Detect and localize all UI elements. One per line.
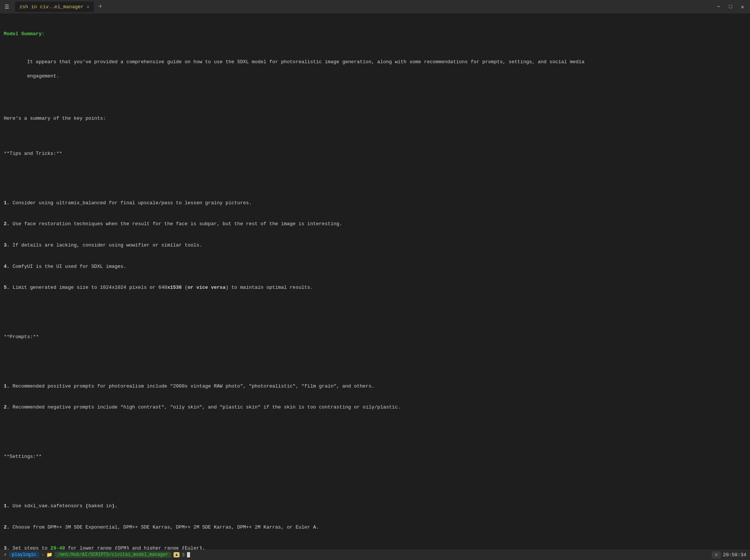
title-bar: ☰ zsh in civ..el_manager ✕ + ─ □ ✕ — [0, 0, 750, 13]
prompt-1: 1. Recommended positive prompts for phot… — [4, 383, 746, 390]
setting-2: 2. Choose from DPM++ 3M SDE Exponential,… — [4, 524, 746, 531]
title-bar-controls: ☰ — [3, 3, 10, 10]
tip-3: 3. If details are lacking, consider usin… — [4, 242, 746, 249]
new-tab-button[interactable]: + — [98, 3, 102, 10]
tip-1: 1. Consider using ultramix_balanced for … — [4, 200, 746, 207]
close-button[interactable]: ✕ — [738, 2, 747, 11]
terminal-window: ☰ zsh in civ..el_manager ✕ + ─ □ ✕ Model… — [0, 0, 750, 560]
tip-5: 5. Limit generated image size to 1024x10… — [4, 284, 746, 291]
tab-label: zsh in civ..el_manager — [19, 4, 84, 10]
warn-icon-2: ▲ — [174, 552, 180, 557]
tip-4: 4. ComfyUI is the UI used for SDXL image… — [4, 263, 746, 270]
tips-header: **Tips and Tricks:** — [4, 150, 746, 157]
model-summary-label: Model Summary: — [4, 31, 45, 37]
settings-header: **Settings:** — [4, 453, 746, 460]
prompt-dir-2: playlogic — [9, 552, 39, 558]
maximize-button[interactable]: □ — [726, 2, 735, 11]
terminal-tab[interactable]: zsh in civ..el_manager ✕ — [15, 1, 94, 12]
bottom-prompt-bar: ⚡ playlogic › 📁 /mnt/Hub/AI/SCRIPTS/civi… — [0, 550, 750, 560]
prompts-header: **Prompts:** — [4, 334, 746, 341]
cursor-prompt: $ — [182, 552, 185, 558]
tab-close-icon[interactable]: ✕ — [87, 4, 89, 10]
folder-icon-2: 📁 — [46, 552, 52, 558]
prompts-list: 1. Recommended positive prompts for phot… — [4, 369, 746, 425]
prompt-2: 2. Recommended negative prompts include … — [4, 404, 746, 411]
time-2: 20:50:34 — [723, 552, 746, 558]
prompt-path-2: /mnt/Hub/AI/SCRIPTS/civitai_model_manage… — [55, 552, 171, 558]
chevron-icon-2: › — [42, 552, 45, 558]
toggle-btn-2[interactable]: ⊙ — [712, 551, 720, 559]
prompt-icon-2: ⚡ — [4, 552, 7, 558]
terminal-content[interactable]: Model Summary: It appears that you've pr… — [0, 13, 750, 550]
summary-text: It appears that you've provided a compre… — [4, 52, 746, 87]
model-summary-section: Model Summary: It appears that you've pr… — [4, 16, 746, 550]
cursor — [187, 552, 190, 557]
window-controls: ─ □ ✕ — [714, 2, 747, 11]
setting-3: 3. Set steps to 20-40 for lower range (D… — [4, 545, 746, 550]
keypoints-label: Here's a summary of the key points: — [4, 115, 746, 122]
setting-1: 1. Use sdxl_vae.safetensors (baked in). — [4, 503, 746, 510]
hamburger-icon[interactable]: ☰ — [3, 3, 10, 10]
tip-2: 2. Use face restoration techniques when … — [4, 221, 746, 228]
minimize-button[interactable]: ─ — [714, 2, 723, 11]
tips-list: 1. Consider using ultramix_balanced for … — [4, 186, 746, 305]
settings-list: 1. Use sdxl_vae.safetensors (baked in). … — [4, 489, 746, 550]
